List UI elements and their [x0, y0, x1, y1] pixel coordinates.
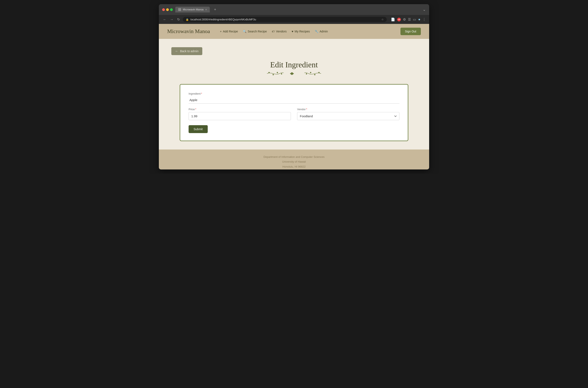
price-column: Price*	[188, 108, 291, 120]
back-nav-button[interactable]: ←	[162, 17, 167, 22]
refresh-button[interactable]: ↻	[176, 17, 181, 22]
nav-vendors-label: Vendors	[276, 30, 286, 33]
svg-point-5	[314, 74, 315, 75]
nav-admin-label: Admin	[320, 30, 328, 33]
nav-search-recipe-label: Search Recipe	[248, 30, 267, 33]
back-arrow-icon: ←	[175, 49, 178, 53]
vendor-label: Vendor*	[297, 108, 400, 111]
nav-add-recipe[interactable]: + Add Recipe	[220, 30, 238, 33]
nav-search-recipe[interactable]: 🔍 Search Recipe	[243, 30, 267, 33]
ext-profile-icon[interactable]: ●	[418, 17, 421, 22]
page-wrapper: Microwavin Manoa + Add Recipe 🔍 Search R…	[159, 24, 429, 170]
admin-icon: 🔧	[315, 30, 318, 33]
navbar: Microwavin Manoa + Add Recipe 🔍 Search R…	[159, 24, 429, 39]
back-to-admin-button[interactable]: ← Back to admin	[171, 47, 202, 55]
price-vendor-row: Price* Vendor* Foodland Safeway Tim	[188, 108, 400, 120]
vendor-column: Vendor* Foodland Safeway Times Walmart O…	[297, 108, 400, 120]
page-title: Edit Ingredient	[171, 60, 417, 69]
minimize-window-dot[interactable]	[166, 8, 169, 11]
form-card: Ingredient* Price*	[180, 84, 408, 141]
nav-my-recipes[interactable]: ♥ My Recipes	[292, 30, 310, 33]
site-title[interactable]: Microwavin Manoa	[167, 28, 210, 34]
price-label: Price*	[188, 108, 291, 111]
bookmark-icon[interactable]: ☆	[381, 18, 384, 21]
footer: Department of Information and Computer S…	[159, 149, 429, 170]
sign-out-button[interactable]: Sign Out	[400, 28, 421, 35]
address-bar[interactable]: 🔒 localhost:3000/#/editingredient/rBEQyq…	[183, 17, 387, 22]
back-button-label: Back to admin	[180, 49, 199, 53]
main-content: ← Back to admin Edit Ingredient	[159, 39, 429, 149]
forward-nav-button[interactable]: →	[169, 17, 174, 22]
browser-extensions: 📄 off ⚙ ☰ ▭ ● ⋮	[391, 17, 426, 22]
close-window-dot[interactable]	[162, 8, 165, 11]
ext-menu-icon[interactable]: ☰	[408, 18, 411, 22]
svg-point-7	[306, 73, 307, 74]
search-recipe-icon: 🔍	[243, 30, 246, 33]
title-decoration	[171, 71, 417, 78]
new-tab-button[interactable]: +	[212, 7, 218, 12]
svg-point-1	[273, 74, 274, 75]
svg-point-3	[281, 73, 282, 74]
footer-line-2: University of Hawaii	[164, 159, 424, 164]
my-recipes-icon: ♥	[292, 30, 293, 33]
nav-my-recipes-label: My Recipes	[295, 30, 310, 33]
svg-point-0	[268, 72, 270, 73]
security-lock-icon: 🔒	[186, 18, 189, 21]
footer-text: Department of Information and Computer S…	[164, 154, 424, 170]
vendors-icon: 🏷	[272, 30, 275, 33]
tab-close-button[interactable]: ×	[205, 8, 207, 11]
browser-window: Microwavin Manoa + Add Recipe 🔍 Search R…	[159, 24, 429, 170]
ingredient-input[interactable]	[188, 97, 400, 103]
svg-point-6	[310, 72, 311, 73]
tab-title: Microwavin Manoa	[183, 8, 204, 11]
ext-icon-1[interactable]: 📄	[391, 18, 395, 22]
nav-admin[interactable]: 🔧 Admin	[315, 30, 328, 33]
nav-links: + Add Recipe 🔍 Search Recipe 🏷 Vendors ♥…	[220, 30, 394, 33]
ext-off-icon[interactable]: off	[397, 18, 401, 22]
ext-puzzle-icon[interactable]: ⚙	[403, 18, 406, 22]
nav-add-recipe-label: Add Recipe	[223, 30, 238, 33]
tab-favicon	[178, 8, 181, 11]
maximize-window-dot[interactable]	[170, 8, 173, 11]
ext-sidebar-icon[interactable]: ▭	[413, 18, 416, 22]
svg-point-2	[277, 72, 278, 73]
submit-button[interactable]: Submit	[188, 125, 208, 133]
page-title-section: Edit Ingredient	[171, 60, 417, 78]
svg-point-4	[318, 72, 320, 73]
footer-line-1: Department of Information and Computer S…	[164, 154, 424, 159]
add-recipe-icon: +	[220, 30, 222, 33]
browser-titlebar: Microwavin Manoa × + ⌄	[159, 4, 429, 15]
browser-tab[interactable]: Microwavin Manoa ×	[175, 7, 210, 12]
ingredient-label: Ingredient*	[188, 92, 400, 95]
price-input[interactable]	[188, 112, 291, 120]
address-bar-row: ← → ↻ 🔒 localhost:3000/#/editingredient/…	[159, 15, 429, 24]
window-resize-button[interactable]: ⌄	[423, 7, 426, 12]
ext-more-icon[interactable]: ⋮	[423, 18, 426, 22]
url-text: localhost:3000/#/editingredient/rBEQyqxm…	[190, 18, 256, 21]
address-bar-actions: ☆	[381, 18, 384, 21]
window-controls[interactable]	[162, 8, 173, 11]
vendor-select[interactable]: Foodland Safeway Times Walmart Other	[297, 112, 400, 120]
ingredient-group: Ingredient*	[188, 92, 400, 103]
footer-line-3: Honolulu, HI 96822	[164, 164, 424, 169]
nav-vendors[interactable]: 🏷 Vendors	[272, 30, 286, 33]
